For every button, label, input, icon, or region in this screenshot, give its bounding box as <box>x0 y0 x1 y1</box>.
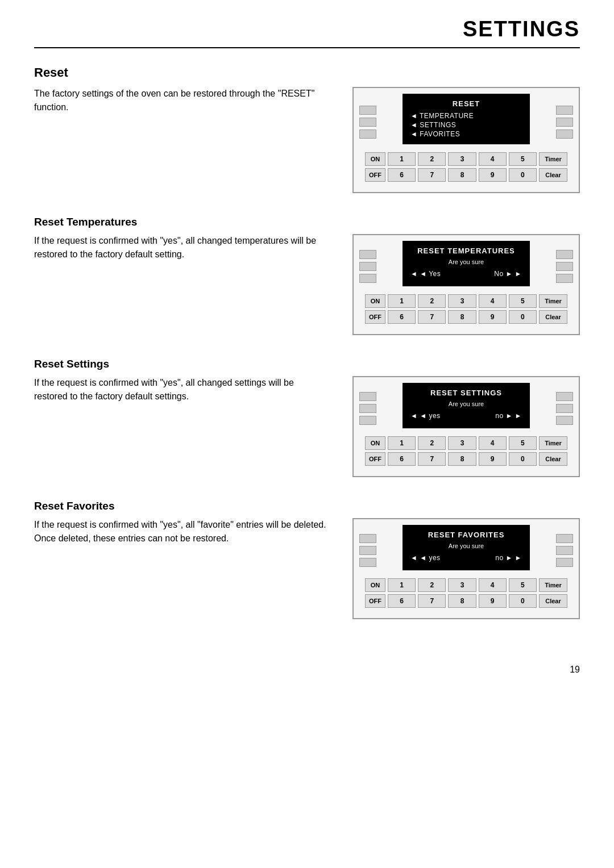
key-clear-favorites[interactable]: Clear <box>539 594 567 608</box>
key-8-temperatures[interactable]: 8 <box>448 310 476 324</box>
key-3-favorites[interactable]: 3 <box>448 578 476 592</box>
key-clear-settings[interactable]: Clear <box>539 452 567 466</box>
key-5-reset[interactable]: 5 <box>509 152 537 166</box>
side-btn-right-2[interactable] <box>556 118 573 127</box>
option-yes-favorites[interactable]: ◄ yes <box>410 554 441 562</box>
key-9-favorites[interactable]: 9 <box>479 594 507 608</box>
key-timer-reset[interactable]: Timer <box>539 152 567 166</box>
side-btn-right-f2[interactable] <box>556 546 573 555</box>
key-4-reset[interactable]: 4 <box>479 152 507 166</box>
side-btn-left-2[interactable] <box>359 118 376 127</box>
key-on-temperatures[interactable]: ON <box>365 294 385 308</box>
side-btn-left-t1[interactable] <box>359 250 376 259</box>
side-btn-left-3[interactable] <box>359 130 376 139</box>
key-1-temperatures[interactable]: 1 <box>388 294 416 308</box>
screen-center-temperatures: RESET TEMPERATURES Are you sure ◄ Yes No… <box>380 241 553 292</box>
page-title: SETTINGS <box>463 17 580 41</box>
key-2-reset[interactable]: 2 <box>418 152 446 166</box>
key-off-temperatures[interactable]: OFF <box>365 310 385 324</box>
key-on-settings[interactable]: ON <box>365 436 385 450</box>
key-0-settings[interactable]: 0 <box>509 452 537 466</box>
side-btn-right-3[interactable] <box>556 130 573 139</box>
right-side-buttons-settings <box>553 383 573 434</box>
display-subtitle-favorites: Are you sure <box>410 542 522 549</box>
key-off-reset[interactable]: OFF <box>365 168 385 182</box>
device-panel-reset: RESET TEMPERATURE SETTINGS FAVORITES <box>352 87 580 193</box>
key-6-favorites[interactable]: 6 <box>388 594 416 608</box>
side-btn-left-s3[interactable] <box>359 416 376 425</box>
side-btn-right-s2[interactable] <box>556 404 573 413</box>
key-3-reset[interactable]: 3 <box>448 152 476 166</box>
side-btn-left-t3[interactable] <box>359 274 376 283</box>
side-btn-right-t2[interactable] <box>556 262 573 271</box>
section-reset-temperatures: Reset Temperatures If the request is con… <box>34 216 580 335</box>
menu-item-settings[interactable]: SETTINGS <box>410 120 522 130</box>
page-content: Reset The factory settings of the oven c… <box>0 48 614 659</box>
side-btn-right-t1[interactable] <box>556 250 573 259</box>
option-yes-temperatures[interactable]: ◄ Yes <box>410 270 441 278</box>
key-4-temperatures[interactable]: 4 <box>479 294 507 308</box>
key-off-favorites[interactable]: OFF <box>365 594 385 608</box>
key-5-settings[interactable]: 5 <box>509 436 537 450</box>
key-3-temperatures[interactable]: 3 <box>448 294 476 308</box>
key-6-settings[interactable]: 6 <box>388 452 416 466</box>
side-btn-left-s1[interactable] <box>359 392 376 401</box>
side-btn-right-1[interactable] <box>556 106 573 115</box>
section-reset-favorites: Reset Favorites If the request is confir… <box>34 500 580 619</box>
key-5-temperatures[interactable]: 5 <box>509 294 537 308</box>
side-btn-left-f1[interactable] <box>359 534 376 543</box>
key-2-temperatures[interactable]: 2 <box>418 294 446 308</box>
key-0-reset[interactable]: 0 <box>509 168 537 182</box>
side-btn-right-f3[interactable] <box>556 558 573 567</box>
key-7-temperatures[interactable]: 7 <box>418 310 446 324</box>
key-7-favorites[interactable]: 7 <box>418 594 446 608</box>
screen-center-reset: RESET TEMPERATURE SETTINGS FAVORITES <box>380 94 553 150</box>
key-8-reset[interactable]: 8 <box>448 168 476 182</box>
side-btn-right-s1[interactable] <box>556 392 573 401</box>
side-btn-right-s3[interactable] <box>556 416 573 425</box>
key-on-reset[interactable]: ON <box>365 152 385 166</box>
key-4-favorites[interactable]: 4 <box>479 578 507 592</box>
key-9-settings[interactable]: 9 <box>479 452 507 466</box>
side-btn-left-f2[interactable] <box>359 546 376 555</box>
key-6-reset[interactable]: 6 <box>388 168 416 182</box>
key-8-settings[interactable]: 8 <box>448 452 476 466</box>
key-9-temperatures[interactable]: 9 <box>479 310 507 324</box>
key-7-settings[interactable]: 7 <box>418 452 446 466</box>
section-reset-title: Reset <box>34 65 580 80</box>
key-0-temperatures[interactable]: 0 <box>509 310 537 324</box>
key-5-favorites[interactable]: 5 <box>509 578 537 592</box>
key-2-favorites[interactable]: 2 <box>418 578 446 592</box>
side-btn-left-t2[interactable] <box>359 262 376 271</box>
key-2-settings[interactable]: 2 <box>418 436 446 450</box>
key-1-favorites[interactable]: 1 <box>388 578 416 592</box>
key-timer-favorites[interactable]: Timer <box>539 578 567 592</box>
side-btn-left-1[interactable] <box>359 106 376 115</box>
key-timer-temperatures[interactable]: Timer <box>539 294 567 308</box>
key-1-settings[interactable]: 1 <box>388 436 416 450</box>
option-no-favorites[interactable]: no ► <box>495 554 522 562</box>
key-timer-settings[interactable]: Timer <box>539 436 567 450</box>
key-0-favorites[interactable]: 0 <box>509 594 537 608</box>
key-1-reset[interactable]: 1 <box>388 152 416 166</box>
key-clear-reset[interactable]: Clear <box>539 168 567 182</box>
option-no-temperatures[interactable]: No ► <box>494 270 522 278</box>
side-btn-left-f3[interactable] <box>359 558 376 567</box>
key-8-favorites[interactable]: 8 <box>448 594 476 608</box>
menu-item-temperature[interactable]: TEMPERATURE <box>410 111 522 120</box>
key-off-settings[interactable]: OFF <box>365 452 385 466</box>
key-6-temperatures[interactable]: 6 <box>388 310 416 324</box>
side-btn-right-f1[interactable] <box>556 534 573 543</box>
side-btn-right-t3[interactable] <box>556 274 573 283</box>
option-yes-settings[interactable]: ◄ yes <box>410 412 441 420</box>
key-clear-temperatures[interactable]: Clear <box>539 310 567 324</box>
key-9-reset[interactable]: 9 <box>479 168 507 182</box>
side-btn-left-s2[interactable] <box>359 404 376 413</box>
right-side-buttons-temperatures <box>553 241 573 292</box>
key-on-favorites[interactable]: ON <box>365 578 385 592</box>
option-no-settings[interactable]: no ► <box>495 412 522 420</box>
key-3-settings[interactable]: 3 <box>448 436 476 450</box>
menu-item-favorites[interactable]: FAVORITES <box>410 130 522 139</box>
key-7-reset[interactable]: 7 <box>418 168 446 182</box>
key-4-settings[interactable]: 4 <box>479 436 507 450</box>
